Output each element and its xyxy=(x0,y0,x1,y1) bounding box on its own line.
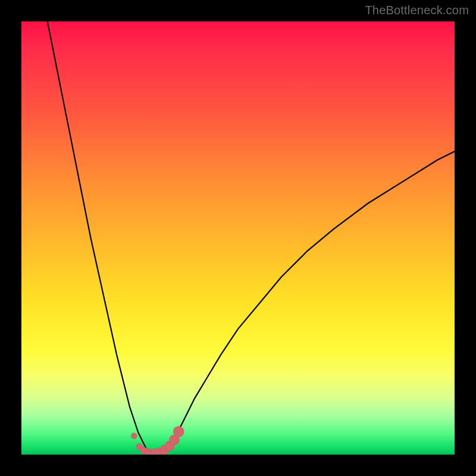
outer-frame: TheBottleneck.com xyxy=(0,0,476,476)
watermark-text: TheBottleneck.com xyxy=(365,4,469,17)
curve-left xyxy=(48,21,147,450)
curve-right xyxy=(169,151,455,450)
marker-dot xyxy=(131,433,137,439)
chart-plot-area xyxy=(21,21,455,455)
chart-svg xyxy=(21,21,455,455)
marker-dot xyxy=(173,426,184,437)
marker-group xyxy=(131,426,184,455)
